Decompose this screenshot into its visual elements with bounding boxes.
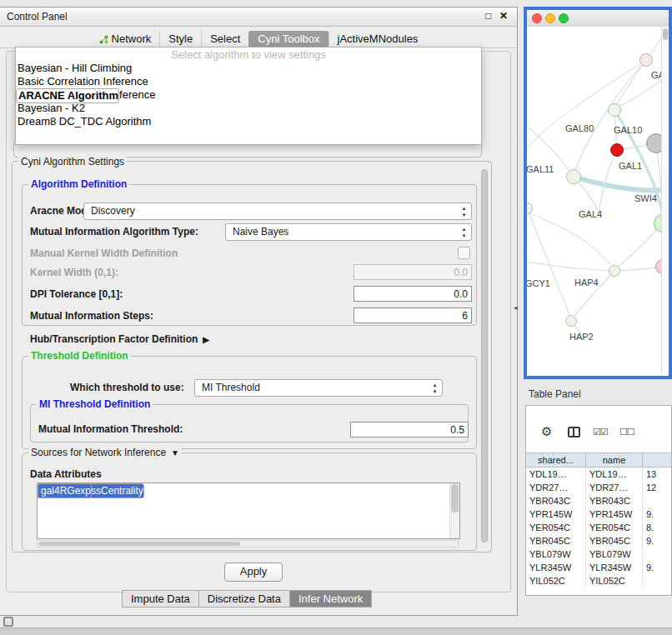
table-cell <box>643 574 672 588</box>
network-node[interactable] <box>610 143 624 157</box>
stepper-icon: ▲▼ <box>460 226 468 239</box>
algorithm-option[interactable]: Basic Correlation Inference <box>16 75 481 88</box>
table-cell <box>643 494 672 508</box>
aracne-mode-select[interactable]: Discovery ▲▼ <box>83 202 472 220</box>
table-cell: 9. <box>643 534 672 548</box>
network-node[interactable] <box>609 265 620 277</box>
table-row[interactable]: YBL079WYBL079W <box>526 548 672 561</box>
table-header-cell[interactable]: shared... <box>526 453 586 467</box>
data-attributes-list[interactable]: SelfLoopsTopologicalCoefficientBetweenne… <box>37 482 460 539</box>
sources-group-toggle[interactable]: Sources for Network Inference▼ <box>28 447 182 458</box>
tab-select[interactable]: Select <box>201 31 248 48</box>
zoom-traffic-light-icon[interactable] <box>559 13 569 23</box>
network-node[interactable] <box>566 169 581 184</box>
table-row[interactable]: YBR043CYBR043C <box>526 494 672 508</box>
network-scrollbar[interactable] <box>661 27 669 376</box>
network-view-window: GAL80GAL10GAL11GAL1SWI4GAL4GCY1HAP4HAP2Y… <box>524 7 672 379</box>
table-row[interactable]: YDR27…YDR27…12 <box>526 481 672 494</box>
table-cell: YLR345W <box>586 561 643 574</box>
deselect-all-icon[interactable]: ☐☐ <box>619 427 634 438</box>
table-row[interactable]: YPR145WYPR145W9. <box>526 508 672 521</box>
node-label-gal4: GAL4 <box>579 209 602 219</box>
apply-button[interactable]: Apply <box>224 562 283 582</box>
hub-section-toggle[interactable]: Hub/Transcription Factor Definition▶ <box>30 331 209 348</box>
table-row[interactable]: YER054CYER054C8. <box>526 521 672 534</box>
node-label-gal11: GAL11 <box>527 164 554 174</box>
attributes-list-scrollbar[interactable] <box>449 483 459 538</box>
tab-cyni-toolbox[interactable]: Cyni Toolbox <box>248 31 328 48</box>
threshold-definition-title: Threshold Definition <box>28 350 131 362</box>
settings-group-title: Cyni Algorithm Settings <box>18 156 127 168</box>
control-panel-titlebar[interactable]: Control Panel □ ✕ <box>0 8 517 27</box>
mi-type-select[interactable]: Naive Bayes ▲▼ <box>225 223 472 241</box>
hub-section-label: Hub/Transcription Factor Definition <box>30 333 198 345</box>
data-attributes-label: Data Attributes <box>30 467 102 482</box>
restore-panel-icon[interactable] <box>3 617 13 627</box>
table-cell: YBR043C <box>526 494 586 508</box>
table-cell: 12 <box>643 481 672 494</box>
manual-kernel-checkbox[interactable] <box>458 247 470 259</box>
table-cell: YBR045C <box>526 534 586 548</box>
mi-steps-input[interactable]: 6 <box>354 308 472 323</box>
which-threshold-label: Which threshold to use: <box>70 379 184 397</box>
tab-jactivemnodules[interactable]: jActiveMNodules <box>328 31 427 48</box>
panel-splitter-arrow-icon[interactable]: ◂ <box>514 303 518 312</box>
node-label-hap4: HAP4 <box>574 278 599 288</box>
mi-threshold-label: Mutual Information Threshold: <box>38 421 183 438</box>
table-cell: 9. <box>643 561 672 574</box>
bottom-tab-impute-data[interactable]: Impute Data <box>122 590 199 608</box>
table-cell: 13 <box>643 468 672 481</box>
gear-icon[interactable]: ⚙ <box>541 424 552 439</box>
table-cell: YER054C <box>586 521 643 534</box>
close-window-icon[interactable]: ✕ <box>499 10 508 22</box>
table-row[interactable]: YBR045CYBR045C9. <box>526 534 672 548</box>
collapse-down-icon[interactable]: ▼ <box>171 448 179 458</box>
algorithm-option[interactable]: Bayesian - Hill Climbing <box>16 62 481 75</box>
network-node[interactable] <box>608 103 621 117</box>
table-header[interactable]: shared...name <box>526 452 672 468</box>
table-cell: YBL079W <box>526 548 586 561</box>
close-traffic-light-icon[interactable] <box>532 13 542 23</box>
tab-style[interactable]: Style <box>159 31 201 48</box>
table-cell: YDR27… <box>586 481 643 494</box>
bottom-tab-infer-network[interactable]: Infer Network <box>289 590 372 608</box>
mi-threshold-input[interactable]: 0.5 <box>350 422 469 438</box>
table-panel-title: Table Panel <box>529 388 581 400</box>
attributes-hscrollbar[interactable] <box>37 540 459 548</box>
node-label-hap2: HAP2 <box>569 332 594 342</box>
network-canvas[interactable]: GAL80GAL10GAL11GAL1SWI4GAL4GCY1HAP4HAP2Y… <box>527 27 669 376</box>
mi-threshold-group-title: MI Threshold Definition <box>37 398 153 410</box>
table-cell: YIL052C <box>586 574 643 588</box>
desktop: Control Panel □ ✕ NetworkStyleSelectCyni… <box>0 0 672 635</box>
columns-icon[interactable] <box>568 427 580 438</box>
table-cell: YIL052C <box>526 574 586 588</box>
attribute-item[interactable]: gal4RGexp <box>38 483 92 498</box>
which-threshold-value: MI Threshold <box>202 382 260 393</box>
table-rows: YDL19…YDL19…13YDR27…YDR27…12YBR043CYBR04… <box>526 468 672 588</box>
bottom-tab-discretize-data[interactable]: Discretize Data <box>198 590 290 608</box>
table-row[interactable]: YDL19…YDL19…13 <box>526 468 672 481</box>
table-cell: YBL079W <box>586 548 643 561</box>
kernel-width-input[interactable]: 0.0 <box>354 264 472 280</box>
table-cell <box>643 548 672 561</box>
mi-steps-label: Mutual Information Steps: <box>30 308 153 325</box>
table-row[interactable]: YIL052CYIL052C <box>526 574 672 588</box>
select-all-icon[interactable]: ☑☑ <box>593 427 608 438</box>
network-node[interactable] <box>639 53 653 67</box>
table-row[interactable]: YLR345WYLR345W9. <box>526 561 672 574</box>
dpi-tolerance-input[interactable]: 0.0 <box>354 286 472 302</box>
algorithm-option[interactable]: Bayesian - K2 <box>16 102 481 115</box>
expand-right-icon[interactable]: ▶ <box>203 335 209 344</box>
algorithm-option[interactable]: ARACNE Algorithm <box>16 88 119 103</box>
table-header-cell[interactable] <box>643 453 672 467</box>
settings-scrollbar[interactable] <box>480 168 489 544</box>
table-header-cell[interactable]: name <box>586 453 643 467</box>
network-node[interactable] <box>565 315 577 327</box>
network-window-titlebar[interactable] <box>527 10 669 28</box>
algorithm-option[interactable]: Dream8 DC_TDC Algorithm <box>16 115 481 128</box>
algorithm-dropdown: Select algorithm to view settings Bayesi… <box>15 47 482 145</box>
float-window-icon[interactable]: □ <box>485 10 491 22</box>
tab-network[interactable]: Network <box>91 31 160 48</box>
which-threshold-select[interactable]: MI Threshold ▲▼ <box>194 379 443 397</box>
minimize-traffic-light-icon[interactable] <box>545 13 555 23</box>
